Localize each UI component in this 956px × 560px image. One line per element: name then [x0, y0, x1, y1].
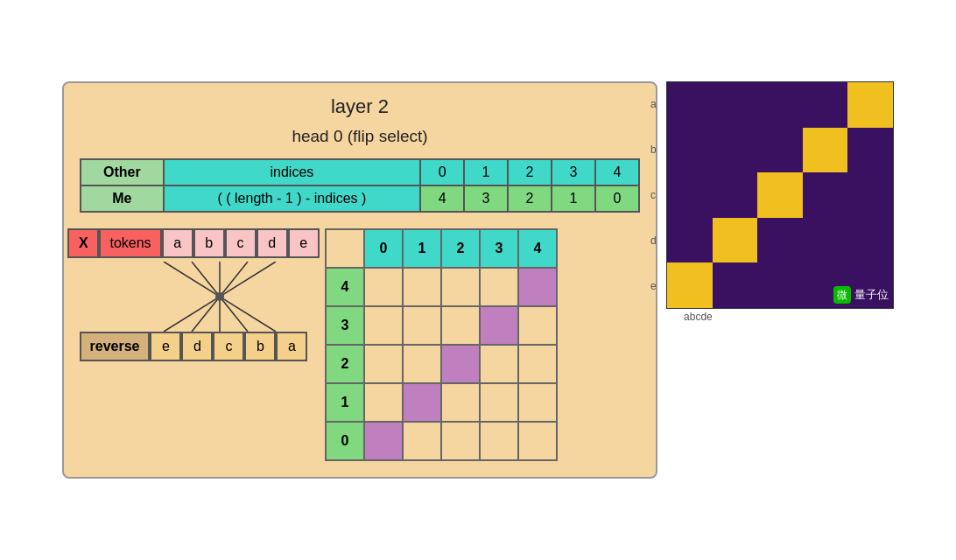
- val-other-4: 4: [595, 159, 639, 186]
- heatmap-section: a b c d e 微 量子位 a b c d e: [666, 81, 894, 323]
- input-token-row: X tokens a b c d e: [67, 228, 319, 258]
- head-title: head 0 (flip select): [80, 127, 640, 146]
- x-label-b: b: [690, 311, 696, 323]
- hm-cell-1-3: [803, 128, 848, 173]
- y-label-d: d: [650, 234, 657, 247]
- attn-col-2: 2: [441, 229, 480, 268]
- hm-cell-3-1: [713, 218, 758, 263]
- hm-cell-1-4: [847, 128, 893, 173]
- token-reverse: reverse: [80, 332, 151, 361]
- attn-row-0: 0: [326, 422, 557, 460]
- val-other-2: 2: [508, 159, 552, 186]
- attn-row-label-4: 4: [326, 268, 364, 306]
- attn-row-label-0: 0: [326, 422, 364, 460]
- bottom-section: X tokens a b c d e: [80, 228, 640, 461]
- crossing-lines-svg: [80, 262, 307, 332]
- attn-highlight-3-3: [480, 306, 518, 345]
- token-a: a: [162, 228, 193, 258]
- y-label-b: b: [650, 144, 657, 156]
- attention-table: 0 1 2 3 4 4: [325, 228, 558, 461]
- hm-cell-2-1: [713, 172, 758, 218]
- val-me-1: 3: [464, 186, 508, 212]
- hm-cell-2-0: [667, 172, 713, 218]
- hm-cell-2-4: [847, 172, 893, 218]
- attn-highlight-0-0: [364, 422, 403, 460]
- hm-cell-0-1: [713, 82, 758, 128]
- val-me-2: 2: [508, 186, 552, 212]
- hm-cell-1-1: [713, 128, 758, 173]
- hm-cell-0-0: [667, 82, 713, 128]
- hm-cell-0-4: [847, 82, 893, 128]
- watermark-icon: 微: [833, 286, 851, 304]
- hm-cell-4-1: [713, 262, 758, 308]
- attn-corner: [326, 229, 364, 268]
- val-other-3: 3: [552, 159, 595, 186]
- output-token-row: reverse e d c b a: [80, 332, 308, 361]
- attn-col-1: 1: [403, 229, 441, 268]
- token-tokens: tokens: [99, 228, 161, 258]
- layer-title: layer 2: [80, 95, 640, 118]
- attn-row-2: 2: [326, 345, 557, 383]
- hm-cell-2-2: [757, 172, 803, 218]
- val-me-4: 0: [595, 186, 639, 212]
- label-me: Me: [81, 186, 164, 212]
- token-section: X tokens a b c d e: [80, 228, 307, 365]
- svg-point-5: [215, 292, 224, 301]
- val-me-3: 1: [552, 186, 595, 212]
- attn-row-label-2: 2: [326, 345, 364, 383]
- token-b: b: [193, 228, 225, 258]
- attn-col-0: 0: [364, 229, 403, 268]
- hm-cell-3-3: [803, 218, 848, 263]
- val-me-0: 4: [420, 186, 464, 212]
- x-label-a: a: [684, 311, 690, 323]
- hm-cell-2-3: [803, 172, 848, 218]
- y-label-e: e: [650, 280, 657, 292]
- val-other-0: 0: [420, 159, 464, 186]
- token-rev-b: b: [244, 332, 276, 361]
- main-container: layer 2 head 0 (flip select) Other indic…: [53, 73, 903, 487]
- hm-cell-3-4: [847, 218, 893, 263]
- y-label-c: c: [650, 189, 657, 201]
- token-d: d: [257, 228, 288, 258]
- heatmap-y-labels: a b c d e: [650, 81, 657, 309]
- attn-highlight-1-1: [403, 383, 441, 422]
- hm-cell-0-2: [757, 82, 803, 128]
- hm-cell-4-0: [667, 262, 713, 308]
- token-x: X: [67, 228, 99, 258]
- heatmap-grid: [667, 82, 893, 308]
- formula-me: ( ( length - 1 ) - indices ): [164, 186, 420, 212]
- table-row-me: Me ( ( length - 1 ) - indices ) 4 3 2 1 …: [81, 186, 639, 212]
- attn-row-1: 1: [326, 383, 557, 422]
- token-rev-c: c: [213, 332, 244, 361]
- table-row-other: Other indices 0 1 2 3 4: [81, 159, 639, 186]
- diagram-box: layer 2 head 0 (flip select) Other indic…: [62, 81, 657, 479]
- y-label-a: a: [650, 98, 657, 110]
- token-e: e: [288, 228, 320, 258]
- heatmap-canvas: 微 量子位: [666, 81, 894, 309]
- index-table: Other indices 0 1 2 3 4 Me ( ( length - …: [80, 158, 640, 213]
- attn-row-4: 4: [326, 268, 557, 306]
- formula-other: indices: [164, 159, 420, 186]
- attn-row-label-3: 3: [326, 306, 364, 345]
- token-rev-d: d: [181, 332, 213, 361]
- hm-cell-1-2: [757, 128, 803, 173]
- watermark-text: 量子位: [854, 287, 889, 303]
- x-label-e: e: [706, 311, 713, 323]
- attn-highlight-2-2: [441, 345, 480, 383]
- token-c: c: [225, 228, 257, 258]
- heatmap-x-labels: a b c d e: [666, 311, 713, 323]
- attn-row-3: 3: [326, 306, 557, 345]
- label-other: Other: [81, 159, 164, 186]
- token-rev-e: e: [150, 332, 181, 361]
- attn-highlight-4-4: [518, 268, 557, 306]
- watermark: 微 量子位: [833, 286, 889, 304]
- attention-matrix-section: 0 1 2 3 4 4: [325, 228, 558, 461]
- attn-col-3: 3: [480, 229, 518, 268]
- hm-cell-3-2: [757, 218, 803, 263]
- attn-col-4: 4: [518, 229, 557, 268]
- hm-cell-4-2: [757, 262, 803, 308]
- attn-row-label-1: 1: [326, 383, 364, 422]
- token-rev-a: a: [276, 332, 307, 361]
- val-other-1: 1: [464, 159, 508, 186]
- hm-cell-1-0: [667, 128, 713, 173]
